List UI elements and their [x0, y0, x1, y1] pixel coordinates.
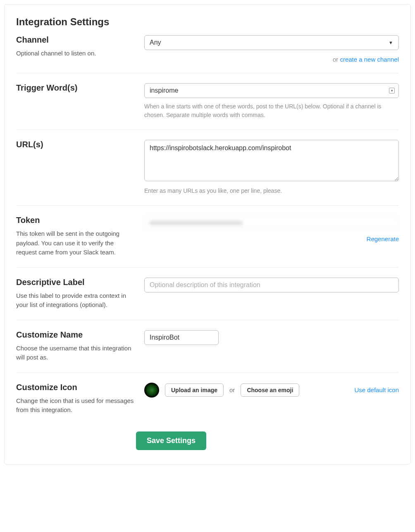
icon-desc: Change the icon that is used for message…	[16, 396, 136, 415]
section-name: Customize Name Choose the username that …	[16, 330, 399, 373]
upload-image-button[interactable]: Upload an image	[165, 383, 224, 397]
name-input[interactable]	[144, 330, 219, 345]
section-icon: Customize Icon Change the icon that is u…	[16, 383, 399, 415]
name-heading: Customize Name	[16, 330, 136, 340]
channel-link-row: or create a new channel	[144, 56, 399, 63]
label-desc: Use this label to provide extra context …	[16, 291, 136, 310]
or-text: or	[229, 386, 235, 393]
save-row: Save Settings	[16, 415, 399, 450]
section-urls: URL(s) Enter as many URLs as you like, o…	[16, 140, 399, 206]
channel-desc: Optional channel to listen on.	[16, 49, 136, 58]
trigger-input[interactable]	[144, 83, 399, 98]
or-label: or	[333, 56, 340, 63]
label-heading: Descriptive Label	[16, 278, 136, 287]
icon-row: Upload an image or Choose an emoji Use d…	[144, 383, 399, 398]
token-desc: This token will be sent in the outgoing …	[16, 229, 136, 257]
section-label: Descriptive Label Use this label to prov…	[16, 278, 399, 320]
use-default-icon-link[interactable]: Use default icon	[354, 386, 399, 393]
page-title: Integration Settings	[16, 16, 399, 28]
icon-heading: Customize Icon	[16, 383, 136, 392]
choose-emoji-button[interactable]: Choose an emoji	[241, 383, 299, 397]
section-trigger: Trigger Word(s) ▾ When a line starts wit…	[16, 83, 399, 130]
save-button[interactable]: Save Settings	[136, 431, 206, 450]
section-channel: Channel Optional channel to listen on. A…	[16, 35, 399, 73]
regenerate-link[interactable]: Regenerate	[367, 235, 399, 242]
trigger-helper: When a line starts with one of these wor…	[144, 102, 399, 120]
urls-textarea[interactable]	[144, 140, 399, 181]
settings-card: Integration Settings Channel Optional ch…	[4, 4, 411, 465]
icon-preview	[144, 383, 159, 398]
channel-select-wrap: Any ▼	[144, 35, 399, 50]
channel-heading: Channel	[16, 35, 136, 45]
trigger-heading: Trigger Word(s)	[16, 83, 136, 93]
name-desc: Choose the username that this integratio…	[16, 344, 136, 362]
urls-helper: Enter as many URLs as you like, one per …	[144, 187, 399, 195]
section-token: Token This token will be sent in the out…	[16, 216, 399, 268]
create-channel-link[interactable]: create a new channel	[340, 56, 399, 63]
urls-heading: URL(s)	[16, 140, 136, 149]
token-field: xxxxxxxxxxxxxxxxxxxxxxxxxxxxxxxx	[144, 216, 399, 230]
token-heading: Token	[16, 216, 136, 225]
label-input[interactable]	[144, 278, 399, 292]
channel-select[interactable]: Any	[144, 35, 399, 50]
